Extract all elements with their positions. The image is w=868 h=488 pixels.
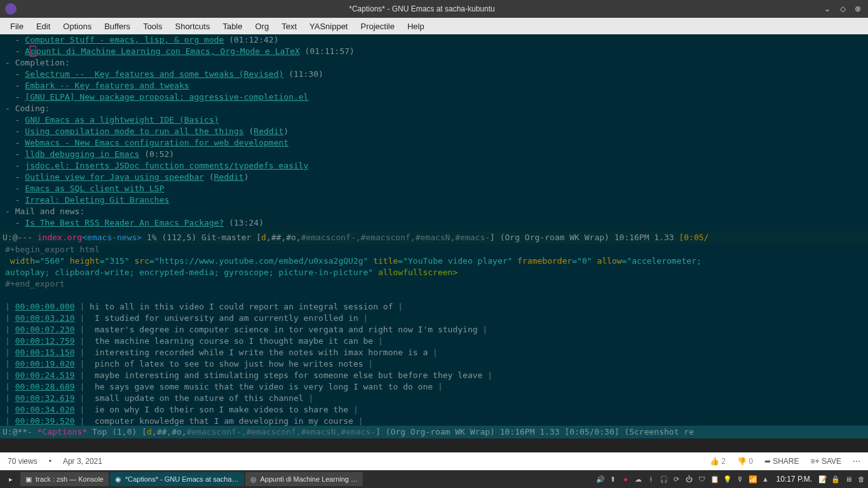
menu-file[interactable]: File [4, 19, 30, 34]
taskbar-item[interactable]: ◉*Captions* - GNU Emacs at sacha… [110, 472, 244, 486]
cloud-icon[interactable]: ☁ [634, 475, 643, 484]
app-launcher-icon[interactable]: ▸ [3, 472, 19, 486]
timestamp-link[interactable]: 00:00:32.619 [15, 393, 75, 403]
lock-icon[interactable]: 🔒 [831, 475, 840, 484]
menu-help[interactable]: Help [401, 19, 431, 34]
share-button[interactable]: ➦ SHARE [764, 457, 799, 466]
window-title: *Captions* - GNU Emacs at sacha-kubuntu [22, 4, 822, 13]
timestamp-link[interactable]: 00:00:19.020 [15, 359, 75, 369]
sync-icon[interactable]: ⟳ [672, 475, 681, 484]
wifi-icon[interactable]: 📶 [749, 475, 757, 484]
timestamp-link[interactable]: 00:00:24.519 [15, 370, 75, 380]
minimize-icon[interactable]: ⌄ [822, 4, 832, 14]
timestamp-link[interactable]: 00:00:15.150 [15, 348, 75, 357]
menu-options[interactable]: Options [57, 19, 98, 34]
org-link[interactable]: Emacs as SQL client with LSP [25, 184, 164, 193]
taskbar-item[interactable]: ▣track : zsh — Konsole [20, 472, 109, 486]
org-link[interactable]: Selectrum -- Key features and some tweak… [25, 69, 283, 79]
org-link[interactable]: jsdoc.el: Inserts JSDoc function comment… [25, 161, 308, 170]
buffer-index-org[interactable]: - Computer Stuff - emacs, lisp, & org mo… [0, 34, 868, 231]
buffer-captions[interactable]: #+begin_export html width="560" height="… [0, 244, 868, 426]
org-link[interactable]: GNU Emacs as a lightweight IDE (Basics) [25, 115, 219, 125]
timestamp-link[interactable]: 00:00:07.230 [15, 325, 75, 334]
task-app-icon: ◉ [115, 475, 121, 484]
updates-icon[interactable]: ⬆ [609, 475, 618, 484]
thumbs-up-icon[interactable]: 👍 2 [710, 457, 726, 466]
menu-buffers[interactable]: Buffers [98, 19, 137, 34]
org-link[interactable]: Webmacs - New Emacs configuration for we… [25, 138, 288, 147]
bluetooth-icon[interactable]: ᚼ [647, 475, 656, 483]
taskbar: ▸ ▣track : zsh — Konsole◉*Captions* - GN… [0, 470, 868, 488]
power-icon[interactable]: ⏻ [685, 475, 694, 483]
org-link[interactable]: [GNU ELPA] New package proposal: aggress… [25, 92, 308, 102]
shield-icon[interactable]: 🛡 [698, 475, 707, 483]
close-icon[interactable]: ⊗ [853, 4, 863, 14]
video-info-bar: 70 views • Apr 3, 2021 👍 2 👎 0 ➦ SHARE ≡… [0, 452, 868, 470]
timestamp-link[interactable]: 00:00:39.520 [15, 416, 75, 426]
thumbs-down-icon[interactable]: 👎 0 [737, 457, 753, 466]
desktop-icon[interactable]: 🖥 [844, 475, 853, 483]
org-link[interactable]: Using compilation mode to run all the th… [25, 126, 243, 136]
clock[interactable]: 10:17 P.M. [774, 475, 815, 484]
maximize-icon[interactable]: ◇ [837, 4, 848, 14]
org-link[interactable]: Irreal: Deleting Git Branches [25, 195, 169, 205]
video-date: Apr 3, 2021 [63, 457, 102, 466]
bulb-icon[interactable]: 💡 [723, 475, 732, 484]
task-app-icon: ▣ [25, 475, 32, 484]
menu-shortcuts[interactable]: Shortcuts [168, 19, 216, 34]
org-link[interactable]: Appunti di Machine Learning con Emacs, O… [25, 46, 299, 57]
menu-projectile[interactable]: Projectile [354, 19, 400, 34]
org-link[interactable]: Embark -- Key features and tweaks [25, 81, 189, 90]
menu-org[interactable]: Org [248, 19, 275, 34]
more-icon[interactable]: ⋯ [853, 457, 860, 466]
emacs-app-icon [5, 3, 17, 15]
chevron-up-icon[interactable]: ▲ [761, 475, 770, 483]
clipboard-icon[interactable]: 📋 [710, 475, 719, 484]
headset-icon[interactable]: 🎧 [660, 475, 668, 484]
task-app-icon: ◎ [250, 475, 257, 484]
note-icon[interactable]: 📝 [818, 475, 827, 484]
modeline-index-org: U:@--- index.org<emacs-news> 1% (112,5) … [0, 231, 868, 244]
org-link[interactable]: Is The Best RSS Reader An Emacs Package? [25, 218, 224, 227]
org-link[interactable]: lldb debugging in Emacs [25, 149, 139, 159]
menubar: FileEditOptionsBuffersToolsShortcutsTabl… [0, 18, 868, 34]
org-link[interactable]: Computer Stuff - emacs, lisp, & org mode [25, 35, 224, 44]
menu-edit[interactable]: Edit [30, 19, 57, 34]
timestamp-link[interactable]: 00:00:34.020 [15, 405, 75, 414]
modeline-captions: U:@**- *Captions* Top (1,0) [d,##,#o,#em… [0, 426, 868, 438]
org-link[interactable]: Outline view for Java using speedbar [25, 172, 204, 182]
timestamp-link[interactable]: 00:00:28.689 [15, 382, 75, 391]
video-views: 70 views [8, 457, 37, 466]
reddit-link[interactable]: Reddit [254, 126, 283, 136]
timestamp-link[interactable]: 00:00:00.000 [15, 302, 75, 311]
save-button[interactable]: ≡+ SAVE [811, 457, 841, 466]
trash-icon[interactable]: 🗑 [857, 475, 865, 483]
video-scrub-area [0, 438, 868, 452]
reddit-link[interactable]: Reddit [214, 172, 244, 182]
window-titlebar: *Captions* - GNU Emacs at sacha-kubuntu … [0, 0, 868, 18]
menu-table[interactable]: Table [216, 19, 248, 34]
menu-tools[interactable]: Tools [137, 19, 168, 34]
volume-icon[interactable]: 🔊 [596, 475, 605, 484]
menu-yasnippet[interactable]: YASnippet [303, 19, 354, 34]
taskbar-item[interactable]: ◎Appunti di Machine Learning … [245, 472, 363, 486]
timestamp-link[interactable]: 00:00:12.759 [15, 336, 75, 346]
tomato-icon[interactable]: ● [621, 475, 630, 483]
menu-text[interactable]: Text [275, 19, 303, 34]
system-tray: 🔊 ⬆ ● ☁ ᚼ 🎧 ⟳ ⏻ 🛡 📋 💡 🎙 📶 ▲ 10:17 P.M. 📝… [596, 475, 865, 484]
mic-icon[interactable]: 🎙 [736, 475, 745, 483]
timestamp-link[interactable]: 00:00:03.210 [15, 313, 75, 323]
